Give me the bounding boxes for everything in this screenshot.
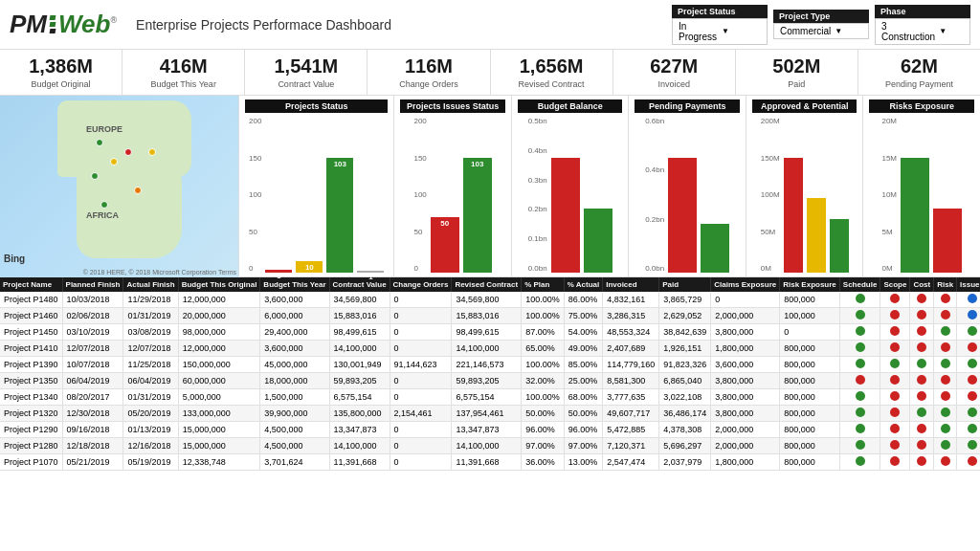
filter-project-status-select[interactable]: In Progress ▼ [672, 18, 768, 45]
col-header-10: Invoiced [603, 277, 659, 292]
cell-1-6: 0 [390, 308, 452, 324]
cell-3-2: 12/07/2018 [123, 341, 178, 357]
dot-cell-0-4 [957, 292, 980, 308]
dot-cell-5-0 [839, 373, 880, 389]
cell-0-5: 34,569,800 [329, 292, 390, 308]
cell-10-12: 1,800,000 [711, 454, 780, 471]
filter-project-type-select[interactable]: Commercial ▼ [773, 23, 869, 39]
cell-5-6: 0 [390, 373, 452, 389]
cell-1-3: 20,000,000 [178, 308, 260, 324]
dot-cell-1-3 [934, 308, 957, 324]
kpi-label-0: Budget Original [10, 79, 112, 89]
table-row: Project P107005/21/201905/19/201912,338,… [0, 454, 980, 471]
cell-4-9: 85.00% [564, 357, 603, 373]
cell-4-8: 100.00% [522, 357, 565, 373]
filter-phase-value: 3 Construction [881, 21, 935, 42]
cell-1-12: 2,000,000 [711, 308, 780, 324]
dot-cell-10-4 [957, 454, 980, 471]
y-labels-2: 0.5bn0.4bn0.3bn0.2bn0.1bn0.0bn [528, 117, 547, 273]
cell-6-12: 3,800,000 [711, 389, 780, 406]
cell-10-4: 3,701,624 [260, 454, 329, 471]
y-labels-1: 200150100500 [413, 117, 426, 273]
cell-2-4: 29,400,000 [260, 324, 329, 341]
chart-title-0: Projects Status [245, 99, 388, 113]
logo-bar2 [50, 22, 56, 27]
cell-3-8: 65.00% [522, 341, 565, 357]
dot-cell-7-3 [934, 406, 957, 422]
cell-9-13: 800,000 [780, 438, 840, 454]
europe-label: EUROPE [86, 124, 122, 134]
status-dot [856, 326, 865, 336]
status-dot [917, 440, 926, 450]
cell-10-2: 05/19/2019 [123, 454, 178, 471]
map-dot-4 [91, 172, 99, 180]
dot-cell-8-0 [839, 422, 880, 438]
kpi-value-4: 1,656M [501, 55, 603, 77]
chart-area-3: 0.6bn0.4bn0.2bn0.0bn [635, 117, 740, 273]
cell-0-9: 86.00% [564, 292, 603, 308]
cell-8-8: 96.00% [522, 422, 565, 438]
bar-0-0: 3 [265, 270, 292, 273]
status-dot [856, 440, 865, 450]
bar-0-2: 103 [326, 158, 353, 273]
dot-cell-9-2 [910, 438, 934, 454]
header-filters: Project Status In Progress ▼ Project Typ… [672, 5, 970, 45]
cell-3-0: Project P1410 [0, 341, 62, 357]
status-dot [968, 456, 977, 466]
cell-10-5: 11,391,668 [329, 454, 390, 471]
cell-5-12: 3,800,000 [711, 373, 780, 389]
kpi-label-2: Contract Value [255, 79, 357, 89]
cell-8-0: Project P1290 [0, 422, 62, 438]
filter-project-type: Project Type Commercial ▼ [773, 10, 869, 39]
cell-9-5: 14,100,000 [329, 438, 390, 454]
cell-4-13: 800,000 [780, 357, 840, 373]
cell-2-13: 0 [780, 324, 840, 341]
status-dot [968, 359, 977, 368]
cell-6-4: 1,500,000 [260, 389, 329, 406]
chart-area-2: 0.5bn0.4bn0.3bn0.2bn0.1bn0.0bn [518, 117, 623, 273]
bar-4-1 [807, 198, 826, 273]
kpi-item-1: 416MBudget This Year [122, 50, 245, 95]
dot-cell-0-2 [910, 292, 934, 308]
chevron-down-icon3: ▼ [939, 27, 964, 35]
cell-4-2: 11/25/2018 [123, 357, 178, 373]
dot-cell-3-3 [934, 341, 957, 357]
table-row: Project P145003/10/201903/08/201998,000,… [0, 324, 980, 341]
dot-cell-9-0 [839, 438, 880, 454]
cell-9-9: 97.00% [564, 438, 603, 454]
y-labels-0: 200150100500 [249, 117, 261, 273]
cell-5-3: 60,000,000 [178, 373, 260, 389]
kpi-row: 1,386MBudget Original416MBudget This Yea… [0, 50, 980, 96]
dot-cell-6-2 [910, 389, 934, 406]
logo-pm: PM [10, 10, 47, 39]
cell-7-7: 137,954,461 [452, 406, 522, 422]
dot-cell-3-2 [910, 341, 934, 357]
filter-phase: Phase 3 Construction ▼ [875, 5, 970, 45]
dot-cell-6-4 [957, 389, 980, 406]
chart-panel-2: Budget Balance0.5bn0.4bn0.3bn0.2bn0.1bn0… [512, 96, 630, 276]
cell-0-7: 34,569,800 [452, 292, 522, 308]
filter-phase-select[interactable]: 3 Construction ▼ [875, 18, 970, 45]
dot-cell-6-1 [880, 389, 910, 406]
map-dot-2 [124, 148, 132, 156]
dot-cell-5-1 [880, 373, 910, 389]
cell-8-2: 01/13/2019 [123, 422, 178, 438]
cell-7-9: 50.00% [564, 406, 603, 422]
kpi-value-0: 1,386M [10, 55, 112, 77]
chart-title-3: Pending Payments [635, 99, 740, 113]
status-dot [890, 408, 900, 417]
status-dot [917, 359, 926, 368]
table-container[interactable]: Project NamePlanned FinishActual FinishB… [0, 277, 980, 528]
cell-10-9: 13.00% [564, 454, 603, 471]
kpi-value-3: 116M [377, 55, 479, 77]
cell-1-0: Project P1460 [0, 308, 62, 324]
cell-2-0: Project P1450 [0, 324, 62, 341]
header: PM Web ® Enterprise Projects Performace … [0, 0, 980, 50]
col-header-2: Actual Finish [123, 277, 178, 292]
cell-7-10: 49,607,717 [603, 406, 659, 422]
cell-5-4: 18,000,000 [260, 373, 329, 389]
map-copyright: © 2018 HERE, © 2018 Microsoft Corporatio… [83, 269, 236, 276]
map-container: EUROPE AFRICA Bing © 2018 HERE, © 2018 M… [0, 96, 239, 277]
bar-4-0 [784, 158, 803, 273]
cell-0-2: 11/29/2018 [123, 292, 178, 308]
